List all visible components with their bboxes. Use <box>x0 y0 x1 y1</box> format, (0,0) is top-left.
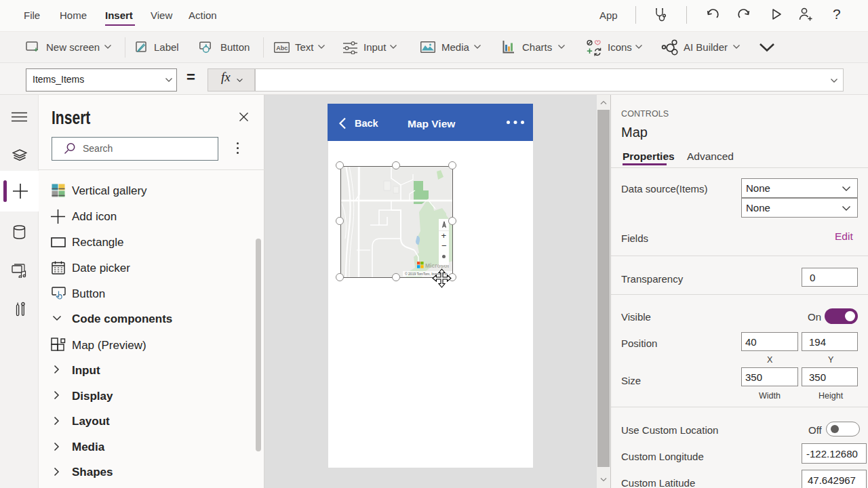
svg-text:Abc: Abc <box>276 45 288 52</box>
